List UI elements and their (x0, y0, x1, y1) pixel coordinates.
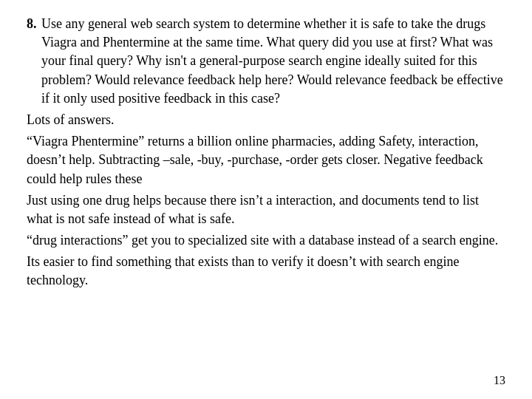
paragraph-drug-interactions: “drug interactions” get you to specializ… (27, 231, 505, 250)
item-8-number: 8. (27, 15, 41, 108)
its-easier-text: Its easier to find something that exists… (27, 254, 460, 287)
page-number: 13 (494, 374, 505, 387)
paragraph-viagra-phentermine: “Viagra Phentermine” returns a billion o… (27, 132, 505, 188)
lots-of-answers-text: Lots of answers. (27, 112, 114, 127)
paragraph-just-using-one: Just using one drug helps because there … (27, 191, 505, 228)
item-8-block: 8. Use any general web search system to … (27, 15, 505, 108)
viagra-phentermine-text: “Viagra Phentermine” returns a billion o… (27, 134, 483, 185)
content-area: 8. Use any general web search system to … (27, 15, 505, 290)
paragraph-lots-of-answers: Lots of answers. (27, 111, 505, 129)
item-8-text: Use any general web search system to det… (41, 15, 505, 108)
slide-page: 8. Use any general web search system to … (0, 0, 532, 399)
drug-interactions-text: “drug interactions” get you to specializ… (27, 233, 498, 248)
paragraph-its-easier: Its easier to find something that exists… (27, 253, 505, 290)
just-using-one-text: Just using one drug helps because there … (27, 193, 479, 226)
